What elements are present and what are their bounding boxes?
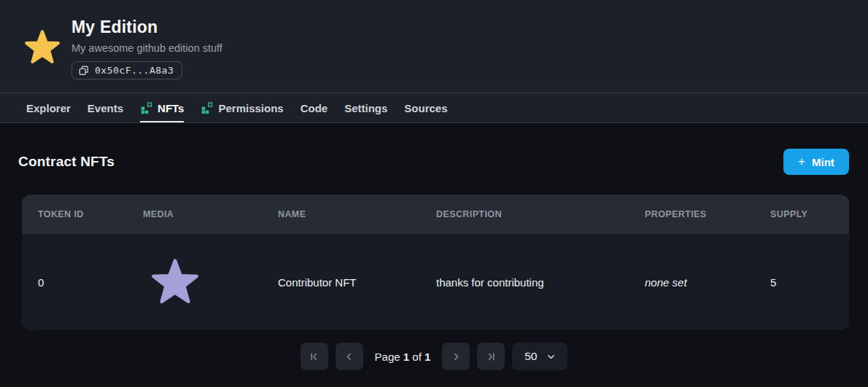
contract-tabbar: Explorer Events NFTs Permissions Code Se… — [0, 93, 868, 123]
tab-code[interactable]: Code — [301, 93, 328, 122]
column-header-description: DESCRIPTION — [420, 195, 629, 234]
last-page-icon — [486, 351, 497, 362]
tab-label: Code — [301, 102, 328, 114]
tab-explorer[interactable]: Explorer — [26, 93, 71, 122]
column-header-media: MEDIA — [127, 195, 262, 234]
mint-button[interactable]: + Mint — [783, 149, 849, 175]
star-icon — [24, 29, 61, 66]
last-page-button[interactable] — [477, 343, 505, 370]
chevron-right-icon — [451, 351, 462, 362]
page-indicator: Page 1 of 1 — [375, 351, 431, 363]
tab-events[interactable]: Events — [88, 93, 123, 122]
column-header-name: NAME — [262, 195, 420, 234]
first-page-icon — [309, 351, 319, 362]
contract-title: My Edition — [71, 17, 222, 37]
contract-address: 0x50cF...A8a3 — [95, 65, 174, 76]
tab-label: Explorer — [26, 102, 71, 114]
first-page-button[interactable] — [301, 343, 328, 370]
pagination: Page 1 of 1 50 — [0, 343, 868, 370]
chevron-left-icon — [344, 351, 354, 362]
table-row[interactable]: 0 Contributor NFT thanks for contributin… — [22, 234, 849, 330]
cell-supply: 5 — [754, 234, 849, 330]
tab-settings[interactable]: Settings — [344, 93, 387, 122]
tab-permissions[interactable]: Permissions — [201, 93, 283, 122]
column-header-token-id: TOKEN ID — [22, 195, 127, 234]
page-size-select[interactable]: 50 — [512, 343, 567, 370]
extension-icon — [140, 102, 152, 114]
copy-address-button[interactable]: 0x50cF...A8a3 — [71, 61, 182, 79]
page-size-value: 50 — [524, 350, 537, 363]
cell-token-id: 0 — [22, 234, 127, 330]
cell-media — [127, 234, 262, 330]
tab-label: NFTs — [158, 102, 184, 114]
cell-description: thanks for contributing — [420, 234, 629, 330]
tab-label: Sources — [404, 102, 447, 114]
current-page: 1 — [403, 351, 409, 363]
tab-label: Events — [88, 102, 123, 114]
copy-icon — [79, 66, 89, 76]
column-header-supply: SUPPLY — [754, 195, 849, 234]
total-pages: 1 — [425, 351, 430, 363]
contract-header: My Edition My awesome github edition stu… — [0, 0, 868, 93]
nfts-panel: Contract NFTs + Mint TOKEN ID MEDIA NAME… — [0, 123, 868, 370]
previous-page-button[interactable] — [336, 343, 363, 370]
nft-media-star-image — [150, 257, 200, 307]
contract-subtitle: My awesome github edition stuff — [71, 42, 222, 54]
page-prefix: Page — [375, 351, 400, 363]
mint-button-label: Mint — [812, 156, 834, 168]
next-page-button[interactable] — [442, 343, 470, 370]
plus-icon: + — [798, 155, 805, 168]
tab-label: Permissions — [218, 102, 283, 114]
tab-label: Settings — [344, 102, 387, 114]
cell-name: Contributor NFT — [262, 234, 420, 330]
tab-nfts[interactable]: NFTs — [140, 93, 184, 122]
of-label: of — [412, 351, 422, 363]
column-header-properties: PROPERTIES — [629, 195, 754, 234]
chevron-down-icon — [546, 352, 556, 361]
table-header-row: TOKEN ID MEDIA NAME DESCRIPTION PROPERTI… — [22, 195, 849, 234]
cell-properties: none set — [629, 234, 754, 330]
nft-table: TOKEN ID MEDIA NAME DESCRIPTION PROPERTI… — [22, 195, 849, 330]
extension-icon — [201, 102, 213, 114]
page-title: Contract NFTs — [18, 154, 115, 170]
tab-sources[interactable]: Sources — [404, 93, 447, 122]
